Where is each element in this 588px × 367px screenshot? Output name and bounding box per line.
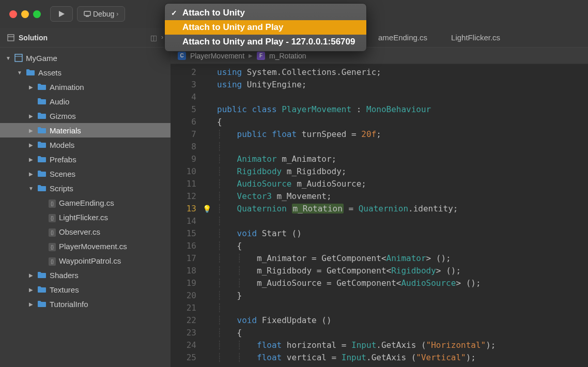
solution-sidebar: Solution ◫ › ▼MyGame▼Assets▶AnimationAud…	[0, 28, 171, 367]
line-number: 15	[171, 227, 196, 240]
csharp-file-icon: {}	[49, 212, 56, 222]
code-line[interactable]: ┊	[212, 302, 588, 314]
file-node[interactable]: {}GameEnding.cs	[0, 195, 171, 210]
code-editor[interactable]: 2345678910111213141516171819202122232425…	[171, 64, 588, 367]
csharp-file-icon: {}	[49, 198, 56, 208]
code-line[interactable]: ┊	[212, 215, 588, 227]
minimize-window-button[interactable]	[21, 10, 29, 18]
line-number: 7	[171, 128, 196, 141]
line-number: 11	[171, 178, 196, 190]
node-label: Audio	[50, 97, 69, 106]
folder-icon	[26, 69, 35, 76]
code-line[interactable]: ┊ }	[212, 289, 588, 302]
folder-node[interactable]: ▶TutorialInfo	[0, 297, 171, 311]
editor-area: ameEnding.csLightFlicker.cs C PlayerMove…	[171, 28, 588, 367]
folder-node[interactable]: ▼Scripts	[0, 181, 171, 195]
line-number: 23	[171, 327, 196, 339]
code-line[interactable]: public class PlayerMovement : MonoBehavi…	[212, 103, 588, 116]
config-label: Debug	[93, 10, 114, 18]
folder-node[interactable]: ▶Prefabs	[0, 152, 171, 166]
folder-node[interactable]: ▶Scenes	[0, 166, 171, 181]
run-target-dropdown: ✓Attach to UnityAttach to Unity and Play…	[164, 3, 367, 52]
code-line[interactable]: ┊	[212, 141, 588, 153]
dropdown-item-label: Attach to Unity and Play	[182, 22, 284, 33]
csharp-file-icon: {}	[49, 256, 56, 266]
code-line[interactable]: ┊ ┊ float vertical = Input.GetAxis ("Ver…	[212, 351, 588, 364]
folder-icon	[37, 185, 47, 192]
run-button[interactable]	[50, 6, 73, 22]
code-line[interactable]: ┊ ┊ m_AudioSource = GetComponent<AudioSo…	[212, 277, 588, 289]
folder-node[interactable]: ▶Animation	[0, 80, 171, 94]
project-node[interactable]: ▼MyGame	[0, 51, 171, 65]
code-line[interactable]: ┊ {	[212, 240, 588, 252]
folder-node[interactable]: Audio	[0, 94, 171, 109]
csharp-file-icon: {}	[49, 227, 56, 237]
line-number: 18	[171, 265, 196, 277]
node-label: Observer.cs	[59, 227, 100, 236]
code-line[interactable]: ┊ Vector3 m_Movement;	[212, 190, 588, 203]
code-line[interactable]: ┊ Quaternion m_Rotation = Quaternion.ide…	[212, 203, 588, 215]
class-icon: C	[178, 52, 186, 60]
code-line[interactable]	[212, 91, 588, 103]
folder-node[interactable]: ▼Assets	[0, 65, 171, 80]
chevron-right-icon[interactable]: ›	[161, 34, 163, 42]
code-line[interactable]: using System.Collections.Generic;	[212, 66, 588, 79]
dropdown-item[interactable]: Attach to Unity and Play	[165, 20, 366, 35]
chevron-down-icon: ▼	[17, 70, 23, 75]
editor-tab[interactable]: ameEnding.cs	[367, 28, 439, 47]
dropdown-item[interactable]: Attach to Unity and Play - 127.0.0.1:567…	[165, 35, 366, 49]
code-line[interactable]: {	[212, 116, 588, 128]
chevron-right-icon: ▶	[249, 53, 253, 58]
svg-marker-0	[59, 11, 65, 17]
line-number: 10	[171, 165, 196, 178]
zoom-window-button[interactable]	[33, 10, 41, 18]
code-line[interactable]: ┊ Animator m_Animator;	[212, 153, 588, 165]
code-line[interactable]: using UnityEngine;	[212, 79, 588, 91]
folder-node[interactable]: ▶Gizmos	[0, 109, 171, 123]
chevron-right-icon: ▶	[28, 272, 34, 278]
csharp-file-icon: {}	[49, 241, 56, 251]
folder-icon	[37, 286, 47, 293]
code-line[interactable]: ┊ ┊ m_Rigidbody = GetComponent<Rigidbody…	[212, 265, 588, 277]
folder-node[interactable]: ▶Models	[0, 137, 171, 152]
code-body[interactable]: using System.Collections.Generic;using U…	[212, 64, 588, 367]
close-window-button[interactable]	[9, 10, 17, 18]
panel-icon[interactable]: ◫	[150, 34, 157, 42]
file-node[interactable]: {}WaypointPatrol.cs	[0, 253, 171, 268]
line-number: 21	[171, 302, 196, 314]
dropdown-item-label: Attach to Unity	[182, 8, 245, 18]
dropdown-item-label: Attach to Unity and Play - 127.0.0.1:567…	[182, 37, 355, 47]
file-node[interactable]: {}LightFlicker.cs	[0, 210, 171, 224]
check-icon: ✓	[171, 9, 182, 17]
chevron-right-icon: ›	[116, 10, 118, 18]
code-line[interactable]: ┊ public float turnSpeed = 20f;	[212, 128, 588, 141]
file-node[interactable]: {}Observer.cs	[0, 224, 171, 239]
chevron-right-icon: ▶	[28, 84, 34, 90]
code-line[interactable]: ┊ Rigidbody m_Rigidbody;	[212, 165, 588, 178]
line-number: 4	[171, 91, 196, 103]
chevron-down-icon: ▼	[28, 186, 34, 191]
code-line[interactable]: ┊ void FixedUpdate ()	[212, 314, 588, 327]
folder-node[interactable]: ▶Shaders	[0, 268, 171, 282]
run-configuration-selector[interactable]: Debug ›	[77, 6, 125, 22]
code-line[interactable]: ┊ AudioSource m_AudioSource;	[212, 178, 588, 190]
code-line[interactable]: ┊ ┊ float horizontal = Input.GetAxis ("H…	[212, 339, 588, 351]
node-label: Shaders	[50, 271, 79, 280]
line-number: 16	[171, 240, 196, 252]
chevron-right-icon: ▶	[28, 171, 34, 177]
code-line[interactable]: ┊ void Start ()	[212, 227, 588, 240]
sidebar-header: Solution ◫ ›	[0, 28, 171, 48]
dropdown-item[interactable]: ✓Attach to Unity	[165, 6, 366, 20]
folder-node[interactable]: ▶Materials	[0, 123, 171, 137]
code-line[interactable]: ┊ {	[212, 327, 588, 339]
node-label: WaypointPatrol.cs	[59, 256, 121, 265]
folder-icon	[37, 98, 47, 105]
svg-rect-5	[15, 54, 22, 62]
code-line[interactable]: ┊ ┊ m_Animator = GetComponent<Animator> …	[212, 252, 588, 265]
folder-icon	[37, 156, 47, 163]
chevron-right-icon: ▶	[28, 301, 34, 307]
file-node[interactable]: {}PlayerMovement.cs	[0, 239, 171, 253]
lightbulb-icon[interactable]: 💡	[203, 203, 211, 215]
folder-node[interactable]: ▶Textures	[0, 282, 171, 297]
editor-tab[interactable]: LightFlicker.cs	[440, 28, 512, 47]
